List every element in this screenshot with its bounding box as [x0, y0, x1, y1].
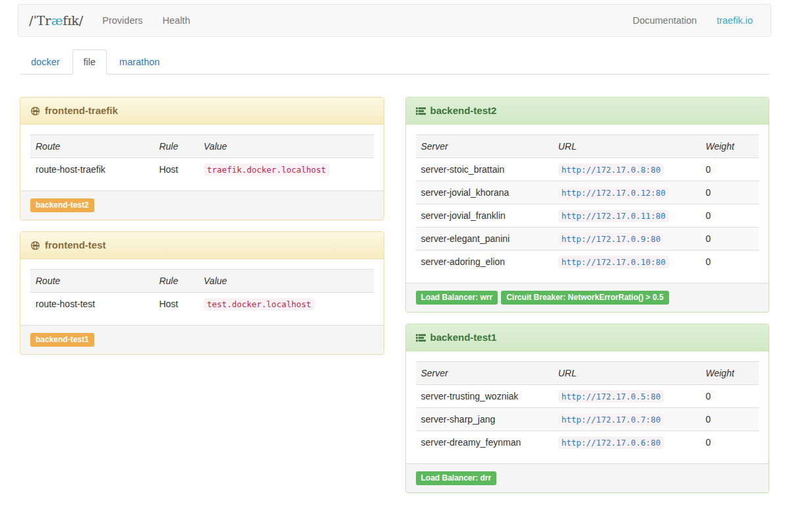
server-url-link-wrapper: http://172.17.0.5:80 — [553, 385, 701, 408]
main-content: frontend-traefik RouteRuleValue route-ho… — [20, 97, 769, 493]
table-row: server-jovial_franklinhttp://172.17.0.11… — [416, 204, 759, 227]
server-url-link[interactable]: http://172.17.0.10:80 — [558, 256, 669, 268]
nav-link-documentation[interactable]: Documentation — [623, 5, 707, 36]
table-row: server-trusting_wozniakhttp://172.17.0.5… — [416, 385, 759, 408]
brand-text-post: fɪk/ — [63, 13, 83, 28]
rule-cell: Host — [154, 293, 198, 316]
panel-footer: Load Balancer: drr — [406, 463, 769, 492]
panel-body: ServerURLWeight server-trusting_wozniakh… — [406, 351, 769, 463]
backend-config-badge: Load Balancer: drr — [416, 471, 497, 485]
provider-tabs: docker file marathon — [20, 49, 769, 74]
brand-text-accent: æ — [51, 13, 63, 28]
rule-value-code: traefik.docker.localhost — [204, 163, 330, 176]
nav-link-traefik-io[interactable]: traefik.io — [707, 5, 763, 36]
panel-heading: frontend-traefik — [20, 98, 384, 125]
column-header: Server — [416, 135, 553, 158]
top-navbar: /ˈTræfɪk/ Providers Health Documentation… — [18, 4, 771, 37]
backend-panel: backend-test1 ServerURLWeight server-tru… — [405, 324, 770, 493]
table-row: server-sharp_janghttp://172.17.0.7:800 — [416, 408, 759, 431]
table-row: server-stoic_brattainhttp://172.17.0.8:8… — [416, 158, 759, 181]
panel-title: frontend-test — [45, 239, 106, 251]
panel-footer: backend-test2 — [20, 191, 384, 220]
table-row: route-host-traefikHosttraefik.docker.loc… — [30, 158, 374, 181]
traefik-brand-logo[interactable]: /ˈTræfɪk/ — [29, 13, 83, 28]
column-header: Weight — [701, 362, 759, 385]
server-url-link[interactable]: http://172.17.0.5:80 — [558, 390, 664, 403]
tasks-icon — [416, 106, 426, 116]
tab-marathon[interactable]: marathon — [108, 49, 171, 74]
panel-heading: frontend-test — [20, 232, 384, 259]
panel-table: ServerURLWeight server-stoic_brattainhtt… — [416, 134, 759, 273]
column-header: Route — [30, 135, 154, 158]
server-url-link[interactable]: http://172.17.0.7:80 — [558, 413, 664, 426]
tab-file[interactable]: file — [73, 49, 107, 74]
panel-footer: Load Balancer: wrrCircuit Breaker: Netwo… — [406, 283, 769, 312]
table-header-row: ServerURLWeight — [416, 362, 759, 385]
server-name-cell: server-adoring_elion — [416, 251, 553, 274]
frontends-column: frontend-traefik RouteRuleValue route-ho… — [20, 97, 384, 355]
backend-config-badge: Circuit Breaker: NetworkErrorRatio() > 0… — [501, 291, 668, 305]
panel-body: RouteRuleValue route-host-traefikHosttra… — [20, 125, 384, 191]
panel-body: ServerURLWeight server-stoic_brattainhtt… — [406, 125, 769, 283]
table-header-row: ServerURLWeight — [416, 135, 759, 158]
rule-cell: Host — [154, 158, 198, 181]
column-header: Route — [30, 270, 154, 293]
panel-title: backend-test2 — [430, 105, 497, 117]
globe-icon — [30, 106, 40, 116]
panel-heading: backend-test1 — [406, 324, 769, 351]
weight-cell: 0 — [701, 408, 759, 431]
server-url-link[interactable]: http://172.17.0.8:80 — [558, 163, 664, 176]
backend-config-badge: Load Balancer: wrr — [416, 291, 498, 305]
server-url-link-wrapper: http://172.17.0.11:80 — [553, 204, 701, 227]
server-name-cell: server-jovial_franklin — [416, 204, 553, 227]
column-header: Server — [416, 362, 553, 385]
navbar-right-links: Documentation traefik.io — [623, 5, 763, 36]
server-name-cell: server-elegant_panini — [416, 227, 553, 251]
server-name-cell: server-dreamy_feynman — [416, 431, 553, 454]
panel-footer: backend-test1 — [20, 325, 384, 354]
tasks-icon — [416, 333, 426, 343]
tab-docker[interactable]: docker — [20, 49, 71, 74]
weight-cell: 0 — [701, 227, 759, 251]
column-header: Value — [198, 135, 373, 158]
weight-cell: 0 — [701, 158, 759, 181]
frontend-panel: frontend-test RouteRuleValue route-host-… — [20, 231, 384, 355]
server-url-link[interactable]: http://172.17.0.11:80 — [558, 210, 669, 222]
route-name-cell: route-host-test — [30, 293, 154, 316]
rule-value-code-wrapper: traefik.docker.localhost — [198, 158, 373, 181]
column-header: URL — [553, 135, 701, 158]
backend-ref-badge: backend-test1 — [30, 333, 94, 347]
table-row: server-dreamy_feynmanhttp://172.17.0.6:8… — [416, 431, 759, 454]
column-header: Value — [198, 270, 373, 293]
panel-heading: backend-test2 — [406, 98, 769, 125]
nav-link-providers[interactable]: Providers — [92, 5, 152, 36]
server-url-link[interactable]: http://172.17.0.6:80 — [558, 436, 664, 449]
column-header: Weight — [701, 135, 759, 158]
table-row: route-host-testHosttest.docker.localhost — [30, 293, 374, 316]
backend-panel: backend-test2 ServerURLWeight server-sto… — [405, 97, 770, 312]
table-row: server-elegant_paninihttp://172.17.0.9:8… — [416, 227, 759, 251]
nav-link-health[interactable]: Health — [153, 5, 200, 36]
column-header: URL — [553, 362, 701, 385]
server-url-link-wrapper: http://172.17.0.6:80 — [553, 431, 701, 454]
server-name-cell: server-stoic_brattain — [416, 158, 553, 181]
weight-cell: 0 — [701, 181, 759, 204]
server-name-cell: server-trusting_wozniak — [416, 385, 553, 408]
table-header-row: RouteRuleValue — [30, 270, 374, 293]
server-url-link-wrapper: http://172.17.0.9:80 — [553, 227, 701, 251]
server-url-link[interactable]: http://172.17.0.12:80 — [558, 187, 669, 199]
column-header: Rule — [154, 270, 198, 293]
server-url-link-wrapper: http://172.17.0.10:80 — [553, 251, 701, 274]
weight-cell: 0 — [701, 251, 759, 274]
panel-table: RouteRuleValue route-host-traefikHosttra… — [30, 134, 374, 181]
brand-text-pre: /ˈTr — [29, 13, 51, 28]
panel-table: RouteRuleValue route-host-testHosttest.d… — [30, 269, 374, 315]
table-header-row: RouteRuleValue — [30, 135, 374, 158]
server-url-link[interactable]: http://172.17.0.9:80 — [558, 233, 664, 245]
table-row: server-adoring_elionhttp://172.17.0.10:8… — [416, 251, 759, 274]
panel-title: frontend-traefik — [45, 105, 118, 117]
rule-value-code-wrapper: test.docker.localhost — [198, 293, 373, 316]
backend-ref-badge: backend-test2 — [30, 198, 94, 212]
server-url-link-wrapper: http://172.17.0.7:80 — [553, 408, 701, 431]
server-name-cell: server-sharp_jang — [416, 408, 553, 431]
